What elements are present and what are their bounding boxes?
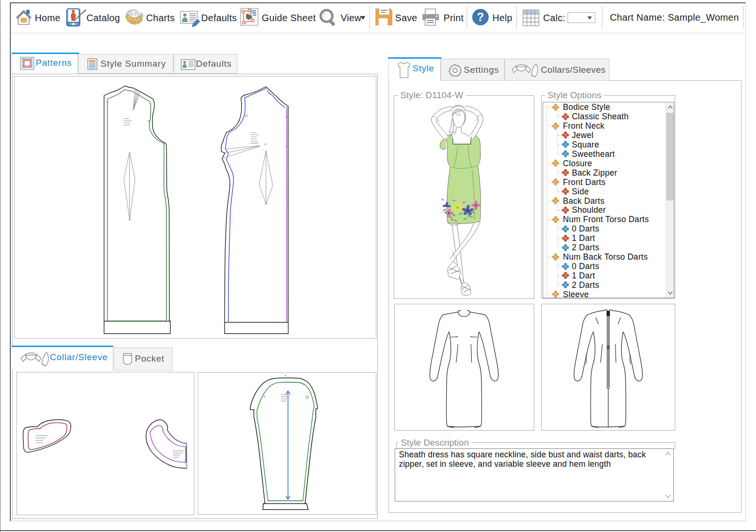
svg-text:?: ? bbox=[477, 10, 484, 23]
